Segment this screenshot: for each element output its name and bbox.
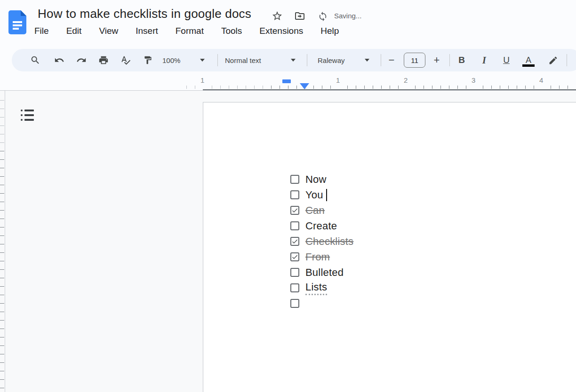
search-icon[interactable] [27,52,44,69]
font-size-input[interactable]: 11 [404,53,425,68]
zoom-select[interactable]: 100% [159,52,208,69]
checkbox-unchecked[interactable] [290,190,299,199]
menu-item-help[interactable]: Help [318,25,342,37]
ruler-inch-label: 2 [404,76,408,84]
checklist-item-you: You [290,187,353,203]
paint-format-icon[interactable] [139,52,156,69]
italic-button[interactable]: I [476,52,493,69]
menu-item-format[interactable]: Format [173,25,207,37]
menu-item-file[interactable]: File [32,25,52,37]
horizontal-ruler[interactable]: 11234 [0,75,576,90]
paragraph-style-select[interactable]: Normal text [221,52,299,69]
text-color-label: A [526,55,531,65]
show-document-outline-button[interactable] [21,106,39,125]
menu-item-view[interactable]: View [96,25,121,37]
current-color-swatch [522,64,535,67]
move-folder-icon[interactable] [294,10,306,22]
checkbox-unchecked[interactable] [290,268,299,277]
toolbar-divider [567,54,567,66]
font-family-select[interactable]: Raleway [314,52,373,69]
checklist-text[interactable]: Checklists [305,235,353,248]
decrease-font-size-button[interactable]: − [383,52,400,69]
bold-button[interactable]: B [453,52,470,69]
checkbox-checked[interactable] [290,206,299,215]
checklist-item-lists: Lists [290,280,353,296]
checkbox-unchecked[interactable] [290,221,299,230]
toolbar: 100% Normal text Raleway − 11 + B I U A [12,49,576,71]
chevron-down-icon [291,59,296,62]
checklist-text[interactable]: You [305,189,323,201]
toolbar-divider [217,54,218,66]
menubar: FileEditViewInsertFormatToolsExtensionsH… [32,25,342,37]
redo-icon[interactable] [73,52,90,69]
ruler-inch-label: 1 [336,76,340,84]
docs-logo-icon[interactable] [8,10,26,35]
outline-icon [21,110,39,111]
checklist-text[interactable]: Create [305,220,337,232]
checklist-text[interactable]: Lists [305,281,327,295]
checklist-item-empty [290,296,353,311]
checkbox-checked[interactable] [290,252,299,261]
underline-button[interactable]: U [498,52,515,69]
checkbox-unchecked[interactable] [290,283,299,292]
checklist: NowYouCanCreateChecklistsFromBulletedLis… [290,172,353,311]
increase-font-size-button[interactable]: + [428,52,445,69]
document-title[interactable]: How to make checklists in google docs [38,7,251,21]
chevron-down-icon [200,59,205,62]
print-icon[interactable] [95,52,112,69]
highlight-color-icon[interactable] [544,52,561,69]
vertical-ruler-border [5,91,5,392]
text-color-button[interactable]: A [520,52,537,69]
left-indent-marker[interactable] [300,83,309,89]
checkbox-checked[interactable] [290,237,299,246]
checklist-item-bulleted: Bulleted [290,265,353,280]
checklist-text[interactable]: From [305,251,330,263]
ruler-inch-label: 1 [200,76,204,84]
star-icon[interactable] [271,10,283,22]
undo-icon[interactable] [51,52,68,69]
document-canvas: NowYouCanCreateChecklistsFromBulletedLis… [0,90,576,392]
chevron-down-icon [365,59,369,62]
zoom-value: 100% [162,56,195,64]
checklist-text[interactable]: Can [305,204,325,217]
document-page[interactable]: NowYouCanCreateChecklistsFromBulletedLis… [203,102,576,392]
checklist-item-checklists: Checklists [290,234,353,249]
toolbar-divider [381,54,381,66]
font-family-value: Raleway [318,56,360,64]
insert-link-icon[interactable] [572,52,576,69]
paragraph-style-value: Normal text [225,56,286,64]
saving-status: Saving... [334,12,361,20]
menu-item-tools[interactable]: Tools [218,25,245,37]
text-cursor [326,189,328,201]
spellcheck-icon[interactable] [117,52,134,69]
sync-icon [317,10,329,23]
checkbox-unchecked[interactable] [290,175,299,184]
toolbar-divider [449,54,450,66]
checklist-item-from: From [290,249,353,265]
checklist-item-create: Create [290,218,353,234]
checklist-text[interactable]: Now [305,173,327,186]
first-line-indent-marker[interactable] [282,79,291,83]
checklist-text[interactable]: Bulleted [305,267,344,279]
menu-item-extensions[interactable]: Extensions [256,25,306,37]
checkbox-unchecked[interactable] [290,299,299,308]
toolbar-divider [307,54,307,66]
menu-item-insert[interactable]: Insert [133,25,161,37]
ruler-inch-label: 4 [539,76,543,84]
ruler-inch-label: 3 [472,76,475,84]
menu-item-edit[interactable]: Edit [64,25,85,37]
checklist-item-now: Now [290,172,353,187]
checklist-item-can: Can [290,203,353,218]
